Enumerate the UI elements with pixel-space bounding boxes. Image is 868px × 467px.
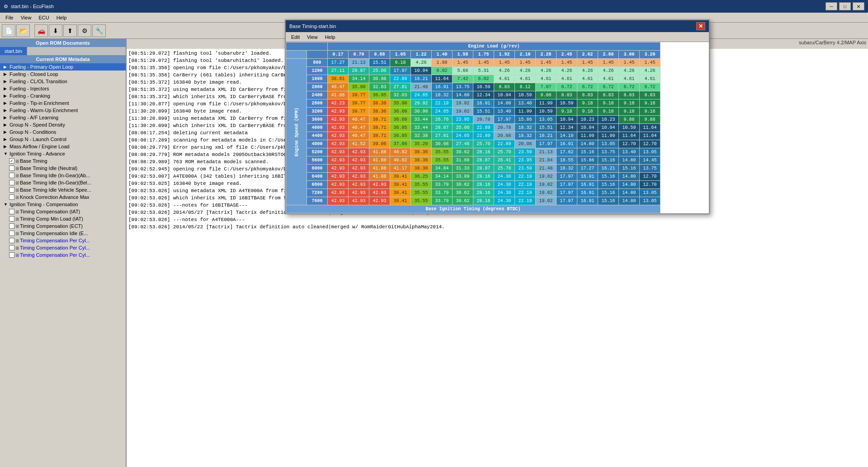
data-cell[interactable]: 15.86	[515, 116, 536, 124]
data-cell[interactable]: 15.51	[369, 59, 390, 67]
data-cell[interactable]: 22.89	[390, 75, 411, 83]
data-cell[interactable]: 13.05	[640, 197, 660, 205]
data-cell[interactable]: 10.59	[515, 91, 536, 99]
data-cell[interactable]: 33.44	[411, 116, 432, 124]
sidebar-item-timing-comp-ect[interactable]: ⊞ Timing Compensation (ECT)	[0, 222, 126, 230]
data-cell[interactable]: 42.93	[328, 181, 349, 189]
sidebar-item-fueling-closed[interactable]: ▶ Fueling - Closed Loop	[0, 71, 126, 78]
data-cell[interactable]: 24.30	[494, 189, 515, 197]
open-button[interactable]: 📂	[16, 24, 30, 37]
data-cell[interactable]: 13.05	[640, 189, 660, 197]
data-cell[interactable]: 10.59	[619, 124, 640, 132]
data-cell[interactable]: 37.66	[390, 140, 411, 148]
data-cell[interactable]: 13.75	[598, 148, 619, 156]
data-cell[interactable]: 13.40	[619, 148, 640, 156]
check-timing-comp-min-iat[interactable]	[9, 216, 14, 222]
data-cell[interactable]: 15.51	[473, 108, 494, 116]
data-cell[interactable]: 42.93	[328, 173, 349, 181]
new-button[interactable]: 📄	[2, 24, 15, 37]
data-cell[interactable]: 42.93	[328, 124, 349, 132]
rom-button[interactable]: 🚗	[34, 24, 48, 37]
data-cell[interactable]: 29.92	[411, 99, 432, 108]
data-cell[interactable]: 15.16	[598, 173, 619, 181]
data-cell[interactable]: 39.77	[349, 99, 369, 108]
menu-view[interactable]: View	[17, 14, 35, 21]
data-cell[interactable]: 39.77	[349, 91, 369, 99]
data-cell[interactable]: 36.60	[390, 116, 411, 124]
data-cell[interactable]: 39.41	[390, 197, 411, 205]
data-cell[interactable]: 5.66	[453, 67, 473, 75]
data-cell[interactable]: 24.30	[494, 173, 515, 181]
data-cell[interactable]: 42.93	[369, 181, 390, 189]
data-cell[interactable]: 16.91	[432, 83, 453, 91]
data-cell[interactable]: 14.80	[619, 173, 640, 181]
data-cell[interactable]: 5.31	[473, 67, 494, 75]
data-cell[interactable]: 17.27	[577, 165, 598, 173]
data-cell[interactable]: 40.47	[349, 116, 369, 124]
data-cell[interactable]: 7.42	[453, 75, 473, 83]
data-cell[interactable]: 28.87	[473, 165, 494, 173]
check-timing-comp-ect[interactable]	[9, 223, 14, 229]
maximize-button[interactable]: □	[839, 2, 851, 10]
data-cell[interactable]: 42.93	[369, 189, 390, 197]
data-cell[interactable]: 42.93	[369, 197, 390, 205]
data-cell[interactable]: 12.70	[640, 173, 660, 181]
modal-close-button[interactable]: ✕	[696, 22, 705, 30]
data-cell[interactable]: 7.07	[536, 83, 557, 91]
data-cell[interactable]: 30.62	[453, 181, 473, 189]
data-cell[interactable]: 10.59	[536, 108, 557, 116]
sidebar-item-timing-comp-per-cyl-1[interactable]: ⊞ Timing Compensation Per Cyl...	[0, 237, 126, 244]
data-cell[interactable]: 1.45	[598, 59, 619, 67]
data-cell[interactable]: 24.65	[432, 108, 453, 116]
data-cell[interactable]: 17.97	[536, 140, 557, 148]
data-cell[interactable]: 23.95	[453, 116, 473, 124]
data-cell[interactable]: 9.18	[577, 108, 598, 116]
data-cell[interactable]: 4.61	[640, 75, 660, 83]
modal-menu-edit[interactable]: Edit	[288, 33, 303, 41]
data-cell[interactable]: 10.23	[577, 116, 598, 124]
data-cell[interactable]: 30.98	[369, 75, 390, 83]
data-cell[interactable]: 15.16	[619, 165, 640, 173]
data-cell[interactable]: 14.80	[577, 140, 598, 148]
data-cell[interactable]: 23.59	[515, 165, 536, 173]
sidebar-item-fueling-cranking[interactable]: ▶ Fueling - Cranking	[0, 92, 126, 99]
data-cell[interactable]: 10.94	[494, 91, 515, 99]
data-cell[interactable]: 16.21	[598, 165, 619, 173]
data-cell[interactable]: 4.26	[515, 67, 536, 75]
sidebar-item-fueling-warmup[interactable]: ▶ Fueling - Warm-Up Enrichment	[0, 107, 126, 114]
data-cell[interactable]: 36.60	[390, 108, 411, 116]
data-cell[interactable]: 17.97	[557, 181, 577, 189]
data-cell[interactable]: 19.02	[536, 173, 557, 181]
data-cell[interactable]: 14.80	[619, 156, 640, 165]
data-cell[interactable]: 15.16	[577, 148, 598, 156]
data-cell[interactable]: 34.14	[349, 75, 369, 83]
data-cell[interactable]: 33.44	[411, 124, 432, 132]
data-cell[interactable]: 35.55	[411, 197, 432, 205]
data-cell[interactable]: 1.45	[640, 59, 660, 67]
data-cell[interactable]: 10.59	[557, 99, 577, 108]
data-cell[interactable]: 35.55	[411, 189, 432, 197]
data-cell[interactable]: 38.71	[369, 124, 390, 132]
data-cell[interactable]: 14.80	[453, 91, 473, 99]
data-cell[interactable]: 42.93	[328, 189, 349, 197]
data-cell[interactable]: 33.09	[453, 173, 473, 181]
data-cell[interactable]: 9.18	[640, 108, 660, 116]
data-cell[interactable]: 42.93	[349, 156, 369, 165]
data-cell[interactable]: 25.70	[473, 140, 494, 148]
data-cell[interactable]: 30.62	[453, 197, 473, 205]
data-cell[interactable]: 17.97	[557, 173, 577, 181]
data-cell[interactable]: 28.16	[473, 189, 494, 197]
data-cell[interactable]: 8.83	[640, 91, 660, 99]
check-timing-comp-per-cyl-1[interactable]	[9, 238, 14, 243]
data-cell[interactable]: 9.18	[598, 99, 619, 108]
data-cell[interactable]: 23.95	[515, 156, 536, 165]
data-cell[interactable]: 1.45	[473, 59, 494, 67]
data-cell[interactable]: 15.16	[598, 197, 619, 205]
data-cell[interactable]: 14.45	[640, 156, 660, 165]
data-cell[interactable]: 31.33	[453, 165, 473, 173]
data-cell[interactable]: 23.59	[515, 148, 536, 156]
sidebar-item-groupn-conditions[interactable]: ▶ Group N - Conditions	[0, 128, 126, 136]
data-cell[interactable]: 36.95	[390, 132, 411, 140]
data-cell[interactable]: 1.45	[577, 59, 598, 67]
check-base-timing[interactable]	[9, 158, 14, 164]
